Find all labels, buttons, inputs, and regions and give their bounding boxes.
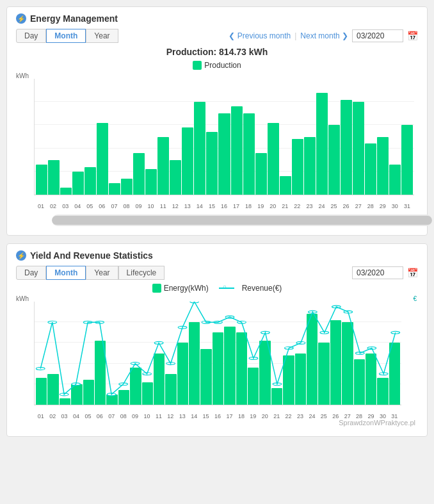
legend-energy-label: Energy(kWh) bbox=[164, 284, 209, 293]
yield-icon: ⚡ bbox=[16, 250, 26, 261]
energy-date-input[interactable] bbox=[352, 29, 403, 42]
tab-day[interactable]: Day bbox=[16, 29, 46, 43]
yield-y-right-label: € bbox=[413, 295, 417, 302]
revenue-color-line bbox=[219, 288, 234, 289]
prev-month-btn[interactable]: ❮ Previous month bbox=[229, 31, 291, 40]
energy-y-label: kWh bbox=[16, 72, 29, 79]
energy-chart-area: kWh 50403020100 010203040506070809101112… bbox=[16, 72, 418, 213]
energy-chart-inner: 50403020100 bbox=[34, 79, 414, 195]
next-month-btn[interactable]: Next month ❯ bbox=[300, 31, 348, 40]
energy-scrollbar-thumb bbox=[52, 216, 432, 225]
legend-production: Production bbox=[193, 61, 241, 70]
yield-y-label: kWh bbox=[16, 295, 29, 302]
tab-month[interactable]: Month bbox=[46, 29, 86, 43]
yield-tab-year[interactable]: Year bbox=[86, 266, 118, 280]
yield-chart-area: kWh € 501040830620410200 010203040506070… bbox=[16, 295, 418, 423]
yield-card: ⚡ Yield And Revenue Statistics Day Month… bbox=[6, 243, 428, 437]
energy-x-labels: 0102030405060708091011121314151617181920… bbox=[34, 203, 414, 209]
calendar-icon[interactable]: 📅 bbox=[407, 31, 418, 41]
legend-revenue-label: Revenue(€) bbox=[242, 284, 282, 293]
yield-tab-row: Day Month Year Lifecycle 📅 bbox=[16, 266, 418, 280]
production-color-box bbox=[193, 61, 202, 70]
yield-tab-lifecycle[interactable]: Lifecycle bbox=[118, 266, 165, 280]
energy-legend: Production bbox=[16, 61, 418, 70]
yield-tab-month[interactable]: Month bbox=[46, 266, 86, 280]
energy-card-header: ⚡ Energy Management bbox=[16, 13, 418, 24]
legend-energy: Energy(kWh) bbox=[152, 284, 209, 293]
yield-date-input[interactable] bbox=[352, 266, 403, 279]
energy-nav-right: ❮ Previous month | Next month ❯ 📅 bbox=[229, 29, 418, 42]
energy-tab-row: Day Month Year ❮ Previous month | Next m… bbox=[16, 29, 418, 43]
yield-legend: Energy(kWh) Revenue(€) bbox=[16, 284, 418, 293]
yield-calendar-icon[interactable]: 📅 bbox=[407, 268, 418, 278]
tab-year[interactable]: Year bbox=[86, 29, 118, 43]
energy-scrollbar[interactable] bbox=[52, 215, 432, 226]
yield-nav-right: 📅 bbox=[352, 266, 418, 279]
watermark: SprawdzonWPraktyce.pl bbox=[339, 419, 415, 427]
yield-tab-day[interactable]: Day bbox=[16, 266, 46, 280]
energy-color-box bbox=[152, 284, 161, 293]
legend-production-label: Production bbox=[204, 61, 241, 70]
energy-icon: ⚡ bbox=[16, 13, 26, 24]
yield-card-header: ⚡ Yield And Revenue Statistics bbox=[16, 250, 418, 261]
yield-title: Yield And Revenue Statistics bbox=[30, 250, 153, 261]
energy-chart-title: Production: 814.73 kWh bbox=[16, 47, 418, 57]
energy-management-card: ⚡ Energy Management Day Month Year ❮ Pre… bbox=[6, 6, 428, 236]
energy-title: Energy Management bbox=[30, 13, 118, 24]
yield-chart-inner: 501040830620410200 bbox=[34, 302, 401, 405]
legend-revenue: Revenue(€) bbox=[219, 284, 282, 293]
